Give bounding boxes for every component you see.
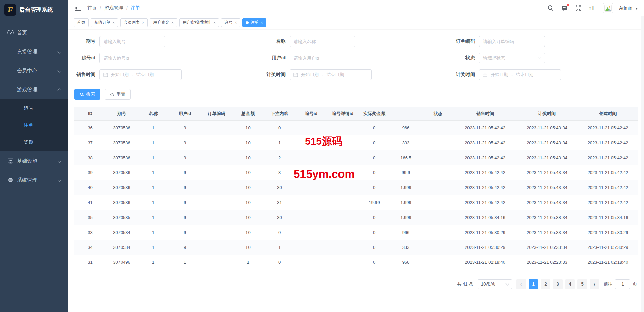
sidebar-item-label: 首页 [17,30,27,36]
tab-3[interactable]: 用户资金× [150,18,177,27]
search-icon[interactable] [547,5,554,12]
status-select[interactable]: 请选择状态 [479,53,545,63]
table-cell: 2 [264,150,295,165]
start-date-placeholder: 开始日期 [301,72,319,78]
table-cell: 10 [232,225,264,240]
scrollbar-gutter[interactable] [641,16,644,312]
table-cell: 1 [137,210,169,225]
breadcrumb-games[interactable]: 游戏管理 [104,5,123,11]
bets-table-wrap: ID期号名称用户id订单编码总金额下注内容追号id追号详情id实际奖金额状态销售… [74,107,638,270]
tab-close-icon[interactable]: × [235,21,237,25]
table-cell [201,165,232,180]
prize-time-range-picker-1[interactable]: 开始日期 - 结束日期 [290,69,372,80]
chevron-down-icon [57,69,61,72]
tab-2[interactable]: 会员列表× [120,18,148,27]
tab-4[interactable]: 用户虚拟币地址× [179,18,219,27]
page-size-select[interactable]: 10条/页 [478,279,512,289]
table-cell: 2023-11-21 05:42:42 [454,165,516,180]
search-button[interactable]: 搜索 [74,89,100,100]
prize-time-range-picker-2[interactable]: 开始日期 - 结束日期 [479,69,561,80]
table-cell: 2023-11-21 05:42:42 [454,135,516,150]
filter-prize-time-2: 计奖时间 开始日期 - 结束日期 [448,69,644,80]
page-button-5[interactable]: 5 [577,279,587,289]
table-row: 313070496111009662023-11-21 02:18:402023… [74,255,638,270]
table-cell [422,195,454,210]
table-cell: 38 [74,150,106,165]
filter-chase-id: 追号id [68,53,258,63]
notification-badge [567,4,569,6]
table-cell: 37 [74,135,106,150]
tab-1[interactable]: 充值订单× [91,18,118,27]
table-cell: 9 [169,240,201,255]
sidebar: F 后台管理系统 首页 充提管理 会员中心 游戏管理 追号 [0,0,68,312]
tab-close-icon[interactable]: × [261,21,263,25]
breadcrumb-separator: / [126,5,128,11]
tab-close-icon[interactable]: × [213,21,216,25]
chase-id-input[interactable] [99,53,165,63]
name-input[interactable] [290,36,355,47]
table-row: 40307053619103001.9992023-11-21 05:42:42… [74,180,638,195]
table-cell: 9 [169,120,201,135]
message-icon[interactable] [561,5,568,12]
table-cell [327,150,358,165]
issue-no-input[interactable] [99,36,165,47]
tab-5[interactable]: 追号× [221,18,240,27]
avatar[interactable] [603,3,613,13]
sidebar-item-bets[interactable]: 注单 [0,117,68,134]
next-page-button[interactable]: › [590,279,599,289]
page-button-1[interactable]: 1 [529,279,538,289]
table-row: 3330705341910009662023-11-21 05:30:29202… [74,225,638,240]
table-cell [201,240,232,255]
table-cell: 3070536 [106,195,137,210]
user-menu[interactable]: Admin [603,3,638,13]
sidebar-item-home[interactable]: 首页 [0,23,68,42]
page-button-3[interactable]: 3 [553,279,563,289]
column-header: 销售时间 [454,107,516,120]
breadcrumb-home[interactable]: 首页 [87,5,97,11]
table-cell: 1 [137,150,169,165]
table-cell: 2023-11-21 05:42:42 [578,120,638,135]
tab-close-icon[interactable]: × [171,21,174,25]
table-cell [422,165,454,180]
order-code-input[interactable] [479,36,545,47]
column-header: 追号id [295,107,327,120]
goto-page-input[interactable] [615,279,630,289]
logo-icon: F [4,4,16,16]
table-cell [201,225,232,240]
page-button-2[interactable]: 2 [541,279,550,289]
tab-6[interactable]: 注单× [242,18,266,27]
table-cell [327,240,358,255]
reset-button[interactable]: 重置 [105,89,131,100]
tab-close-icon[interactable]: × [142,21,144,25]
prev-page-button[interactable]: ‹ [516,279,526,289]
table-row: 3630705361910009662023-11-21 05:42:42202… [74,120,638,135]
sidebar-item-infrastructure[interactable]: 基础设施 [0,151,68,170]
table-cell: 0 [358,180,390,195]
username: Admin [619,5,632,11]
user-id-input[interactable] [290,53,355,63]
chevron-up-icon [57,88,61,92]
collapse-sidebar-icon[interactable] [74,5,82,11]
sidebar-item-chase[interactable]: 追号 [0,100,68,117]
table-cell: 0 [358,135,390,150]
sidebar-item-games[interactable]: 游戏管理 [0,80,68,99]
fullscreen-icon[interactable] [575,5,582,12]
divider [616,5,616,11]
table-cell: 1 [264,135,295,150]
table-cell: 9 [169,180,201,195]
sidebar-item-members[interactable]: 会员中心 [0,61,68,80]
page-button-4[interactable]: 4 [565,279,575,289]
column-header: ID [74,107,106,120]
sidebar-item-system[interactable]: 系统管理 [0,170,68,189]
tab-close-icon[interactable]: × [112,21,115,25]
chevron-down-icon [538,56,541,59]
tab-0[interactable]: 首页 [74,18,89,27]
table-cell: 2023-11-21 02:18:40 [578,255,638,270]
bets-table: ID期号名称用户id订单编码总金额下注内容追号id追号详情id实际奖金额状态销售… [74,107,638,270]
font-size-icon[interactable]: T T [589,5,596,12]
sidebar-item-draws[interactable]: 奖期 [0,134,68,151]
table-cell: 1 [137,165,169,180]
sidebar-item-recharge[interactable]: 充提管理 [0,42,68,61]
table-cell: 10 [232,240,264,255]
sale-time-range-picker[interactable]: 开始日期 - 结束日期 [99,69,182,80]
